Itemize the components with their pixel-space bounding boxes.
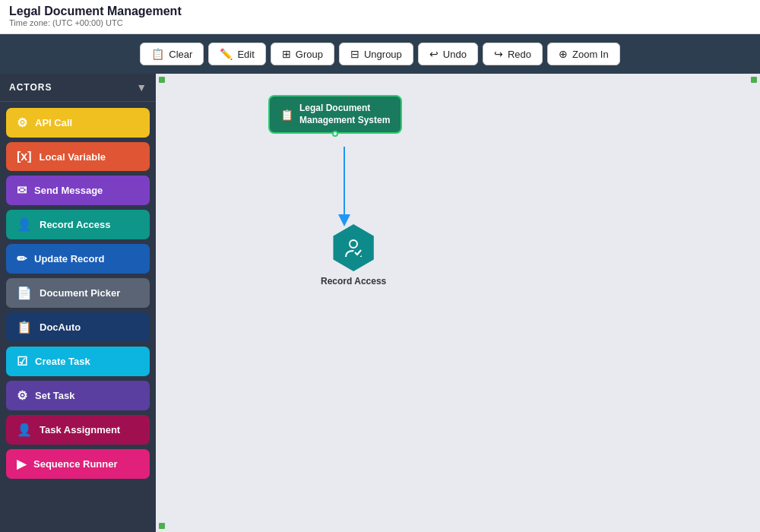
start-node-icon: 📋 [280,109,293,121]
undo-icon: ↩ [429,48,439,60]
sidebar-item-record-access[interactable]: 👤Record Access [6,210,150,239]
toolbar: 📋Clear✏️Edit⊞Group⊟Ungroup↩Undo↪Redo⊕Zoo… [0,34,760,74]
record-access-icon: 👤 [17,217,32,232]
set-task-label: Set Task [35,390,75,401]
sequence-runner-icon: ▶ [17,457,26,471]
redo-button[interactable]: ↪Redo [483,43,543,65]
edit-label: Edit [237,49,254,60]
document-picker-label: Document Picker [40,287,120,299]
task-assignment-icon: 👤 [17,423,32,437]
sequence-runner-label: Sequence Runner [33,458,118,470]
send-message-icon: ✉ [17,183,27,198]
edit-button[interactable]: ✏️Edit [208,43,265,65]
sidebar-item-api-call[interactable]: ⚙API Call [6,108,150,138]
api-call-icon: ⚙ [17,116,27,130]
edit-icon: ✏️ [220,48,233,60]
start-node[interactable]: 📋 Legal DocumentManagement System [268,95,402,134]
redo-label: Redo [508,49,531,60]
svg-point-1 [350,240,357,248]
group-label: Group [296,49,323,60]
create-task-icon: ☑ [17,354,27,369]
local-variable-label: Local Variable [40,151,106,163]
clear-icon: 📋 [151,48,164,60]
update-record-icon: ✏ [17,252,27,266]
canvas-svg [156,74,760,532]
record-access-label: Record Access [321,276,386,287]
sidebar-item-document-picker[interactable]: 📄Document Picker [6,278,150,308]
sidebar-item-sequence-runner[interactable]: ▶Sequence Runner [6,449,150,479]
sidebar-collapse-button[interactable]: ▼ [136,81,147,93]
ungroup-label: Ungroup [364,49,402,60]
main-layout: ACTORS ▼ ⚙API Call[x]Local Variable✉Send… [0,74,760,532]
sidebar-items-list: ⚙API Call[x]Local Variable✉Send Message👤… [0,102,156,532]
sidebar-item-create-task[interactable]: ☑Create Task [6,347,150,376]
zoom-in-icon: ⊕ [559,48,568,60]
connection-dot [332,131,338,137]
app-header: Legal Document Management Time zone: (UT… [0,0,760,34]
redo-icon: ↪ [494,48,503,60]
sidebar-item-local-variable[interactable]: [x]Local Variable [6,142,150,171]
task-assignment-label: Task Assignment [40,424,120,435]
group-button[interactable]: ⊞Group [271,43,334,65]
sidebar-item-update-record[interactable]: ✏Update Record [6,244,150,274]
canvas-corner-dot-tl [159,77,165,83]
ungroup-button[interactable]: ⊟Ungroup [339,43,413,65]
ungroup-icon: ⊟ [350,48,359,60]
record-access-label: Record Access [40,219,110,230]
zoom-in-label: Zoom In [572,49,609,60]
canvas-corner-dot-tr [751,77,757,83]
update-record-label: Update Record [34,253,104,264]
create-task-label: Create Task [35,356,90,367]
sidebar-item-send-message[interactable]: ✉Send Message [6,176,150,205]
canvas-area[interactable]: 📋 Legal DocumentManagement System [156,74,760,532]
canvas-corner-dot-bl [159,523,165,529]
docauto-label: DocAuto [40,321,81,333]
docauto-icon: 📋 [17,320,32,334]
sidebar-item-set-task[interactable]: ⚙Set Task [6,381,150,410]
local-variable-icon: [x] [17,150,32,163]
app-subtitle: Time zone: (UTC +00:00) UTC [9,18,751,27]
svg-point-2 [353,248,363,257]
document-picker-icon: 📄 [17,286,32,300]
clear-label: Clear [169,49,192,60]
undo-label: Undo [443,49,467,60]
api-call-label: API Call [35,117,72,128]
undo-button[interactable]: ↩Undo [418,43,478,65]
start-node-label: Legal DocumentManagement System [299,103,390,126]
set-task-icon: ⚙ [17,388,27,403]
sidebar: ACTORS ▼ ⚙API Call[x]Local Variable✉Send… [0,74,156,532]
sidebar-header: ACTORS ▼ [0,74,156,102]
app-title: Legal Document Management [9,5,751,18]
clear-button[interactable]: 📋Clear [140,43,204,65]
record-access-hex [330,224,377,271]
sidebar-item-task-assignment[interactable]: 👤Task Assignment [6,415,150,445]
send-message-label: Send Message [34,185,103,196]
group-icon: ⊞ [282,48,291,60]
sidebar-title: ACTORS [9,82,52,93]
zoom-in-button[interactable]: ⊕Zoom In [547,43,620,65]
sidebar-item-docauto[interactable]: 📋DocAuto [6,312,150,342]
record-access-node[interactable]: Record Access [321,224,386,287]
